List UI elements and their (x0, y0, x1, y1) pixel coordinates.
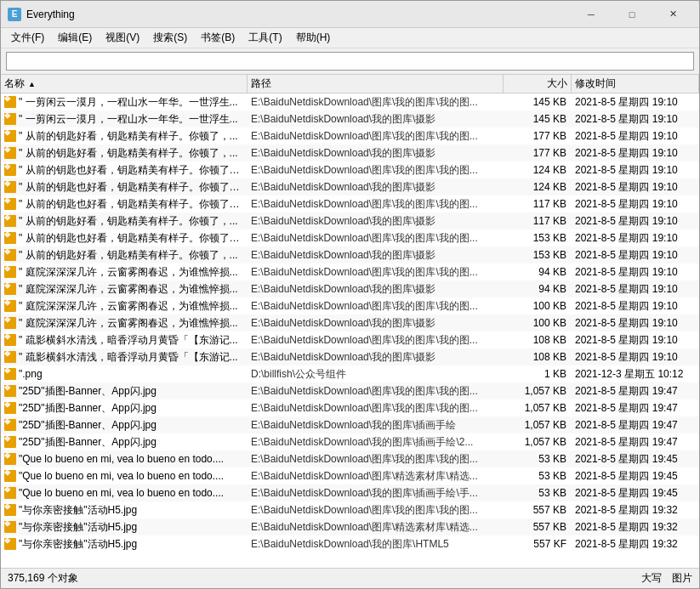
cell-size: 153 KB (504, 248, 572, 262)
cell-path: E:\BaiduNetdiskDownload\图库\我的图库\我的图... (248, 400, 504, 416)
cell-path: E:\BaiduNetdiskDownload\我的图库\插画手绘\2... (248, 434, 504, 450)
table-row[interactable]: �"Que lo bueno en mi, vea lo bueno en to… (1, 467, 699, 484)
search-bar (1, 48, 699, 75)
cell-date: 2021-8-5 星期四 19:10 (572, 230, 699, 246)
cell-size: 117 KB (504, 197, 572, 211)
cell-name: �".png (1, 367, 248, 381)
cell-date: 2021-8-5 星期四 19:10 (572, 162, 699, 178)
file-icon: � (4, 368, 16, 380)
menu-item-搜索(S)[interactable]: 搜索(S) (146, 29, 194, 48)
col-size-label: 大小 (547, 76, 567, 91)
file-icon: � (4, 232, 16, 244)
col-header-name[interactable]: 名称 ▲ (1, 75, 248, 93)
table-body[interactable]: �" 一剪闲云一漠月，一程山水一年华。一世浮生...E:\BaiduNetdis… (1, 93, 699, 568)
file-icon: � (4, 198, 16, 210)
menu-item-编辑(E)[interactable]: 编辑(E) (51, 29, 99, 48)
cell-date: 2021-8-5 星期四 19:32 (572, 519, 699, 535)
cell-size: 124 KB (504, 163, 572, 177)
table-header: 名称 ▲ 路径 大小 修改时间 (1, 75, 699, 93)
table-row[interactable]: �" 庭院深深深几许，云窗雾阁春迟，为谁憔悴损...E:\BaiduNetdis… (1, 297, 699, 314)
file-icon: � (4, 470, 16, 482)
cell-name: �" 一剪闲云一漠月，一程山水一年华。一世浮生... (1, 111, 248, 127)
table-row[interactable]: �"与你亲密接触"活动H5.jpgE:\BaiduNetdiskDownload… (1, 535, 699, 552)
table-row[interactable]: �" 疏影横斜水清浅，暗香浮动月黄昏「【东游记...E:\BaiduNetdis… (1, 348, 699, 365)
cell-name: �" 从前的钥匙也好看，钥匙精美有样子。你顿了，... (1, 230, 248, 246)
table-row[interactable]: �" 从前的钥匙好看，钥匙精美有样子。你顿了，...E:\BaiduNetdis… (1, 127, 699, 144)
file-icon: � (4, 538, 16, 550)
close-button[interactable]: ✕ (653, 1, 692, 28)
table-row[interactable]: �".pngD:\billfish\公众号组件1 KB2021-12-3 星期五… (1, 365, 699, 382)
filename-text: "与你亲密接触"活动H5.jpg (19, 537, 137, 552)
cell-path: E:\BaiduNetdiskDownload\图库\精选素材库\精选... (248, 468, 504, 484)
filename-text: " 从前的钥匙好看，钥匙精美有样子。你顿了，... (19, 146, 238, 161)
table-row[interactable]: �" 庭院深深深几许，云窗雾阁春迟，为谁憔悴损...E:\BaiduNetdis… (1, 314, 699, 331)
cell-size: 1,057 KB (504, 435, 572, 449)
table-row[interactable]: �" 庭院深深深几许，云窗雾阁春迟，为谁憔悴损...E:\BaiduNetdis… (1, 263, 699, 280)
cell-name: �"25D"插图-Banner、App闪.jpg (1, 400, 248, 416)
file-icon: � (4, 113, 16, 125)
file-icon: � (4, 487, 16, 499)
cell-path: E:\BaiduNetdiskDownload\图库\我的图库\我的图... (248, 162, 504, 178)
menu-item-帮助(H)[interactable]: 帮助(H) (289, 29, 338, 48)
cell-path: E:\BaiduNetdiskDownload\图库\我的图库\我的图... (248, 128, 504, 144)
cell-size: 145 KB (504, 95, 572, 109)
table-row[interactable]: �" 从前的钥匙也好看，钥匙精美有样子。你顿了，...E:\BaiduNetdi… (1, 178, 699, 195)
table-row[interactable]: �" 从前的钥匙也好看，钥匙精美有样子。你顿了，...E:\BaiduNetdi… (1, 195, 699, 212)
filename-text: " 庭院深深深几许，云窗雾阁春迟，为谁憔悴损... (19, 282, 238, 297)
table-row[interactable]: �" 从前的钥匙也好看，钥匙精美有样子。你顿了，...E:\BaiduNetdi… (1, 161, 699, 178)
status-bar: 375,169 个对象 大写图片 (1, 568, 699, 588)
col-header-date[interactable]: 修改时间 (572, 75, 699, 93)
cell-name: �" 疏影横斜水清浅，暗香浮动月黄昏「【东游记... (1, 349, 248, 365)
cell-name: �"25D"插图-Banner、App闪.jpg (1, 383, 248, 399)
table-row[interactable]: �" 从前的钥匙好看，钥匙精美有样子。你顿了，...E:\BaiduNetdis… (1, 212, 699, 229)
cell-size: 100 KB (504, 316, 572, 330)
table-row[interactable]: �" 从前的钥匙好看，钥匙精美有样子。你顿了，...E:\BaiduNetdis… (1, 144, 699, 161)
cell-date: 2021-8-5 星期四 19:10 (572, 281, 699, 297)
maximize-button[interactable]: □ (612, 1, 652, 28)
table-row[interactable]: �"Que lo bueno en mi, vea lo bueno en to… (1, 450, 699, 467)
table-row[interactable]: �" 一剪闲云一漠月，一程山水一年华。一世浮生...E:\BaiduNetdis… (1, 93, 699, 110)
cell-name: �" 疏影横斜水清浅，暗香浮动月黄昏「【东游记... (1, 332, 248, 348)
table-row[interactable]: �" 一剪闲云一漠月，一程山水一年华。一世浮生...E:\BaiduNetdis… (1, 110, 699, 127)
cell-name: �" 从前的钥匙好看，钥匙精美有样子。你顿了，... (1, 213, 248, 229)
search-input[interactable] (6, 52, 694, 71)
cell-date: 2021-8-5 星期四 19:10 (572, 332, 699, 348)
col-name-label: 名称 (4, 76, 25, 91)
table-row[interactable]: �" 从前的钥匙也好看，钥匙精美有样子。你顿了，...E:\BaiduNetdi… (1, 229, 699, 246)
table-row[interactable]: �"25D"插图-Banner、App闪.jpgE:\BaiduNetdiskD… (1, 382, 699, 399)
cell-date: 2021-12-3 星期五 10:12 (572, 366, 699, 382)
menu-item-视图(V)[interactable]: 视图(V) (99, 29, 146, 48)
file-icon: � (4, 402, 16, 414)
cell-name: �" 一剪闲云一漠月，一程山水一年华。一世浮生... (1, 94, 248, 110)
file-icon: � (4, 436, 16, 448)
cell-date: 2021-8-5 星期四 19:10 (572, 128, 699, 144)
table-row[interactable]: �" 庭院深深深几许，云窗雾阁春迟，为谁憔悴损...E:\BaiduNetdis… (1, 280, 699, 297)
table-row[interactable]: �"与你亲密接触"活动H5.jpgE:\BaiduNetdiskDownload… (1, 518, 699, 535)
table-row[interactable]: �"与你亲密接触"活动H5.jpgE:\BaiduNetdiskDownload… (1, 501, 699, 518)
cell-name: �" 庭院深深深几许，云窗雾阁春迟，为谁憔悴损... (1, 281, 248, 297)
minimize-button[interactable]: ─ (572, 1, 611, 28)
table-row[interactable]: �" 从前的钥匙好看，钥匙精美有样子。你顿了，...E:\BaiduNetdis… (1, 246, 699, 263)
cell-path: E:\BaiduNetdiskDownload\我的图库\插画手绘\手... (248, 485, 504, 501)
file-icon: � (4, 215, 16, 227)
table-row[interactable]: �"25D"插图-Banner、App闪.jpgE:\BaiduNetdiskD… (1, 399, 699, 416)
cell-size: 557 KB (504, 503, 572, 517)
table-row[interactable]: �"25D"插图-Banner、App闪.jpgE:\BaiduNetdiskD… (1, 416, 699, 433)
menu-item-工具(T)[interactable]: 工具(T) (242, 29, 288, 48)
cell-size: 177 KB (504, 146, 572, 160)
menu-item-书签(B)[interactable]: 书签(B) (194, 29, 242, 48)
cell-path: E:\BaiduNetdiskDownload\图库\我的图库\我的图... (248, 230, 504, 246)
cell-date: 2021-8-5 星期四 19:10 (572, 247, 699, 263)
col-header-size[interactable]: 大小 (504, 75, 572, 93)
cell-date: 2021-8-5 星期四 19:45 (572, 468, 699, 484)
cell-name: �"25D"插图-Banner、App闪.jpg (1, 417, 248, 433)
table-row[interactable]: �"Que lo bueno en mi, vea lo bueno en to… (1, 484, 699, 501)
table-row[interactable]: �" 疏影横斜水清浅，暗香浮动月黄昏「【东游记...E:\BaiduNetdis… (1, 331, 699, 348)
menu-item-文件(F)[interactable]: 文件(F) (4, 29, 51, 48)
file-icon: � (4, 419, 16, 431)
table-row[interactable]: �"25D"插图-Banner、App闪.jpgE:\BaiduNetdiskD… (1, 433, 699, 450)
filename-text: " 庭院深深深几许，云窗雾阁春迟，为谁憔悴损... (19, 265, 238, 280)
col-header-path[interactable]: 路径 (248, 75, 504, 93)
cell-path: E:\BaiduNetdiskDownload\我的图库\插画手绘 (248, 417, 504, 433)
cell-name: �"Que lo bueno en mi, vea lo bueno en to… (1, 486, 248, 500)
